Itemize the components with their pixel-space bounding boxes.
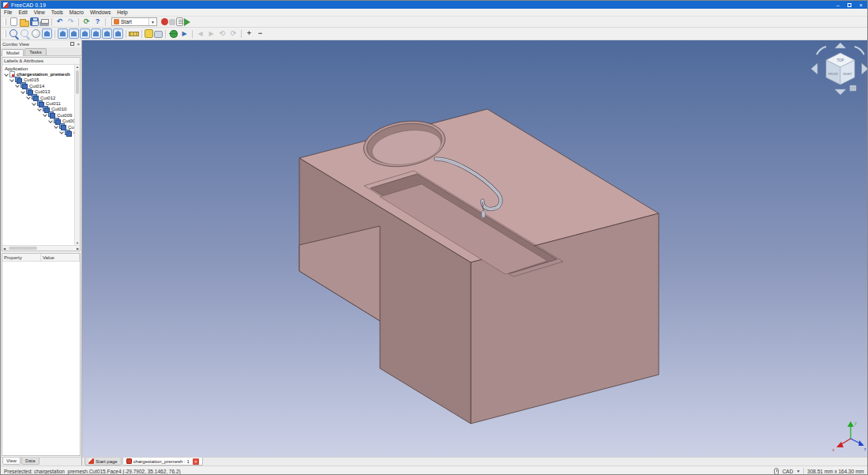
nav-menu-icon[interactable] xyxy=(850,85,856,91)
bottom-view-icon[interactable] xyxy=(102,28,112,39)
float-panel-icon[interactable] xyxy=(70,42,74,46)
macro-record-icon[interactable] xyxy=(161,18,168,25)
front-view-icon[interactable] xyxy=(58,28,68,39)
draw-style-icon[interactable] xyxy=(31,28,41,39)
create-part-icon[interactable] xyxy=(145,29,153,38)
tree-item-label: chargestation_premesh xyxy=(17,72,70,77)
statusbar-right: CAD ▼ 308.51 mm x 164.30 mm xyxy=(774,468,864,475)
chevron-down-icon[interactable]: ▼ xyxy=(148,18,156,25)
refresh-icon[interactable] xyxy=(81,17,92,27)
tab-tasks[interactable]: Tasks xyxy=(24,48,46,55)
tree-item-cut010[interactable]: Cut010 xyxy=(2,107,80,112)
menu-item-help[interactable]: Help xyxy=(114,9,130,15)
right-view-icon[interactable] xyxy=(80,28,90,39)
open-file-icon[interactable] xyxy=(20,21,29,27)
maximize-icon[interactable] xyxy=(847,3,851,7)
create-group-icon[interactable] xyxy=(154,31,163,38)
combo-view-bottom-tabs: ViewData xyxy=(1,458,82,466)
zoom-out-icon[interactable] xyxy=(255,28,265,39)
tree-horizontal-scrollbar[interactable]: ◀ ▶ xyxy=(2,245,80,251)
expand-chevron-icon[interactable] xyxy=(15,84,20,89)
freecad-start-page-icon[interactable] xyxy=(179,28,190,39)
toolbar-view-row xyxy=(1,28,867,40)
toolbar-grip[interactable] xyxy=(4,30,6,37)
toolbar-separator xyxy=(51,18,52,26)
open-website-icon[interactable] xyxy=(168,28,178,39)
expand-chevron-icon[interactable] xyxy=(43,112,47,117)
rear-view-icon[interactable] xyxy=(91,28,101,39)
expand-chevron-icon[interactable] xyxy=(9,77,14,82)
fit-all-icon[interactable] xyxy=(9,28,19,39)
tree-header: Labels & Attributes xyxy=(2,58,80,65)
macro-execute-icon[interactable] xyxy=(184,18,190,26)
close-panel-icon[interactable]: × xyxy=(77,42,80,47)
toolbar-grip[interactable] xyxy=(4,18,6,25)
expand-chevron-icon[interactable] xyxy=(37,107,42,111)
document-tab-chargestation-premesh-1[interactable]: chargestation_premesh : 1× xyxy=(122,458,203,466)
nav-forward-icon[interactable] xyxy=(206,28,216,39)
viewport-3d[interactable]: TOP FRONT RIGHT y x z xyxy=(82,40,867,457)
macro-edit-icon[interactable] xyxy=(176,17,183,26)
workbench-icon xyxy=(114,19,119,25)
zoom-in-icon[interactable] xyxy=(244,28,254,39)
expand-chevron-icon[interactable] xyxy=(21,89,25,94)
rotate-right-icon[interactable] xyxy=(228,28,239,39)
axonometric-view-icon[interactable] xyxy=(42,28,52,39)
expand-chevron-icon[interactable] xyxy=(26,95,31,100)
toolbar-separator xyxy=(126,30,126,38)
tree-item-cut008[interactable]: Cut008 xyxy=(2,119,80,124)
expand-chevron-icon[interactable] xyxy=(4,72,9,77)
menu-item-view[interactable]: View xyxy=(31,9,48,15)
model-tree: Labels & Attributes Applicationchargesta… xyxy=(2,57,81,251)
expand-chevron-icon[interactable] xyxy=(32,101,36,106)
left-view-icon[interactable] xyxy=(113,28,123,39)
menu-item-edit[interactable]: Edit xyxy=(15,9,30,15)
fit-selection-icon[interactable] xyxy=(20,28,30,39)
property-body[interactable] xyxy=(2,262,80,455)
scrollbar-thumb[interactable] xyxy=(76,70,79,94)
menu-item-tools[interactable]: Tools xyxy=(48,9,66,15)
nav-style-selector[interactable]: CAD xyxy=(782,469,793,474)
panel-tab-data[interactable]: Data xyxy=(21,458,39,465)
chevron-down-icon[interactable]: ▼ xyxy=(796,469,800,473)
menu-item-windows[interactable]: Windows xyxy=(87,9,114,15)
macro-stop-icon[interactable] xyxy=(169,19,175,25)
statusbar-separator xyxy=(803,468,804,475)
expand-chevron-icon[interactable] xyxy=(59,130,64,135)
panel-tab-view[interactable]: View xyxy=(2,458,21,465)
scroll-right-icon[interactable]: ▶ xyxy=(77,247,79,251)
expand-chevron-icon[interactable] xyxy=(48,119,53,123)
tree-item-chargestation_premesh[interactable]: chargestation_premesh xyxy=(2,71,80,77)
redo-icon[interactable] xyxy=(66,17,76,27)
tree-item-cut011[interactable]: Cut011 xyxy=(2,100,80,106)
measure-distance-icon[interactable] xyxy=(129,28,139,39)
toolbar-separator xyxy=(54,30,55,38)
whats-this-icon[interactable] xyxy=(92,17,103,27)
top-view-icon[interactable] xyxy=(69,28,79,39)
rotate-left-icon[interactable] xyxy=(217,28,227,39)
undo-icon[interactable] xyxy=(54,17,65,27)
tree-item-cut014[interactable]: Cut014 xyxy=(2,83,80,89)
tab-model[interactable]: Model xyxy=(2,49,24,56)
scrollbar-thumb[interactable] xyxy=(9,247,37,250)
menu-item-macro[interactable]: Macro xyxy=(66,9,87,15)
document-tab-start-page[interactable]: Start page xyxy=(85,458,122,466)
menu-item-file[interactable]: File xyxy=(1,9,15,15)
save-file-icon[interactable] xyxy=(30,17,39,26)
tree-item-cut006[interactable]: Cut006 xyxy=(2,130,80,135)
tree-item-cut013[interactable]: Cut013 xyxy=(2,89,80,95)
new-file-icon[interactable] xyxy=(10,17,17,26)
close-tab-icon[interactable]: × xyxy=(193,458,199,465)
minimize-icon[interactable]: – xyxy=(836,2,840,8)
close-icon[interactable]: × xyxy=(859,2,862,8)
tree-item-cut015[interactable]: Cut015 xyxy=(2,77,80,83)
toolbar-separator xyxy=(141,30,142,38)
nav-back-icon[interactable] xyxy=(195,28,205,39)
workbench-selector[interactable]: Start ▼ xyxy=(111,17,157,26)
tree-vertical-scrollbar[interactable]: ▲ ▼ xyxy=(74,65,80,245)
expand-chevron-icon[interactable] xyxy=(54,124,58,129)
print-icon[interactable] xyxy=(39,21,49,26)
scroll-up-icon[interactable]: ▲ xyxy=(76,65,79,69)
scroll-left-icon[interactable]: ◀ xyxy=(3,247,6,251)
tree-item-cut009[interactable]: Cut009 xyxy=(2,112,80,118)
